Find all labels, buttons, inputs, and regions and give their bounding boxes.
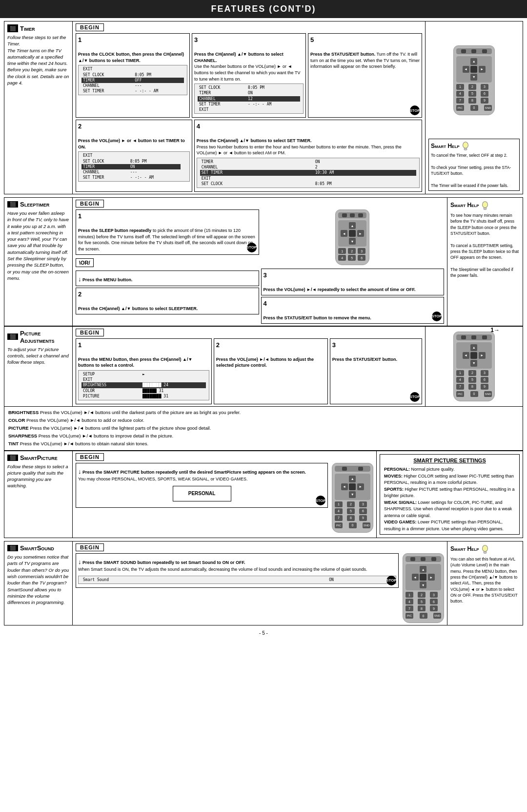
ss-bottom-row: PIC 0 SND <box>405 613 441 619</box>
timer-screen2: EXIT SET CLOCK8:05 PM TIMERON CHANNEL---… <box>78 151 190 182</box>
sleep-menu-arrow: ↓ <box>78 275 81 283</box>
feat-brightness: BRIGHTNESS Press the VOL(ume) ►/◄ button… <box>8 409 519 416</box>
pic-adj-left-text: To adjust your TV picture controls, sele… <box>7 346 69 366</box>
sp-num2: 2 <box>347 501 355 507</box>
remote-top-strip <box>456 48 492 54</box>
timer-right-panel: ▲ ◄ ► ▼ 1 2 3 4 <box>425 21 523 194</box>
ss-num3: 3 <box>430 592 438 598</box>
remote-num-9: 9 <box>481 98 488 104</box>
pic-adj-step1: 1 Press the MENU button, then press the … <box>76 338 212 404</box>
remote-btn-0: 0 <box>470 105 478 111</box>
sleep-step4-content: Press the STATUS/EXIT button to remove t… <box>264 315 442 321</box>
ss-numpad: 1 2 3 4 5 6 7 8 9 <box>405 592 441 611</box>
sleep-step2: 2 Press the CH(annel) ▲/▼ buttons to sel… <box>76 288 259 314</box>
ss-dpad-left: ◄ <box>412 574 419 581</box>
timer-smart-help-body: To cancel the Timer, select OFF at step … <box>431 152 517 188</box>
svg-point-2 <box>482 202 487 208</box>
dpad-right: ► <box>479 66 486 73</box>
sp-settings-panel: SMART PICTURE SETTINGS PERSONAL: Normal … <box>376 451 523 538</box>
remote-bottom-row: PIC 0 SND <box>456 105 492 111</box>
remote-num-5: 5 <box>468 91 476 97</box>
timer-step3-num: 3 <box>194 36 198 43</box>
sleep-center: BEGIN 1 Press the SLEEP button repeatedl… <box>73 198 447 326</box>
ss-screen: Smart SoundON <box>78 576 396 584</box>
pic-adj-num9: 9 <box>481 384 488 390</box>
pic-adj-left-panel: ⬛ Picture Adjustments To adjust your TV … <box>4 327 73 406</box>
pic-adj-num6: 6 <box>481 377 488 383</box>
sp-title-bar: ⬛ SmartPicture <box>7 454 69 461</box>
sleep-step2-content: Press the CH(annel) ▲/▼ buttons to selec… <box>78 306 257 312</box>
sp-btn-snd: SND <box>363 522 370 528</box>
pic-adj-num3: 3 <box>481 370 488 376</box>
sp-section-title: SmartPicture <box>20 454 58 461</box>
ss-num4: 4 <box>405 599 413 604</box>
pic-adj-title1: Picture <box>20 330 54 337</box>
timer-step4-content: Press the CH(annel) ▲/▼ buttons to selec… <box>197 138 420 188</box>
sp-remote: ▲ ◄ ► ▼ 1 2 <box>332 463 373 533</box>
timer-step4-num: 4 <box>197 123 200 130</box>
page-header: Features (Cont'd) <box>0 0 527 18</box>
timer-left-panel: ⬛ Timer Follow these steps to set the Ti… <box>4 21 73 194</box>
sleep-steps-area: 1 Press the SLEEP button repeatedly to p… <box>76 209 444 324</box>
ss-num9: 9 <box>430 605 438 611</box>
sp-dpad-right: ► <box>357 483 364 490</box>
sleep-num5: 5 <box>348 255 356 261</box>
sp-numpad: 1 2 3 4 5 6 7 8 9 <box>335 501 370 521</box>
pic-adj-begin-badge: BEGIN <box>76 329 104 336</box>
timer-step1: 1 Press the CLOCK button, then press the… <box>76 33 190 118</box>
ss-num7: 7 <box>405 605 413 611</box>
ss-smart-help: Smart Help You can also set this feature… <box>447 541 523 625</box>
sp-remote-top <box>335 466 370 472</box>
remote-btn-pic: PIC <box>456 105 464 111</box>
sp-personal-display: PERSONAL <box>173 486 231 501</box>
pic-adj-dpad-left: ◄ <box>463 352 469 359</box>
sp-settings-title: SMART PICTURE SETTINGS <box>384 457 515 465</box>
pic-adj-btn-0: 0 <box>470 391 478 397</box>
sleep-num4: 4 <box>338 255 346 261</box>
pic-adj-titles: Picture Adjustments <box>20 330 54 344</box>
feat-picture: PICTURE Press the VOL(ume) ►/◄ buttons u… <box>8 424 519 432</box>
ss-remote-btn2 <box>421 557 426 561</box>
timer-step1-num: 1 <box>78 36 81 43</box>
timer-remote-area: ▲ ◄ ► ▼ 1 2 3 4 <box>428 24 520 136</box>
sleep-dpad-left: ◄ <box>341 230 347 237</box>
remote-btn-2 <box>471 49 476 53</box>
sleep-step4: 4 Press the STATUS/EXIT button to remove… <box>261 297 445 324</box>
sleep-remote-numpad: 1 2 3 4 5 6 <box>338 248 366 261</box>
pic-adj-stop-badge: STOP <box>410 392 420 402</box>
sp-step-area: ↓ Press the SMART PICTURE button repeate… <box>76 463 328 508</box>
sp-left-panel: ⬛ SmartPicture Follow these steps to sel… <box>4 451 73 538</box>
ss-num1: 1 <box>405 592 413 598</box>
dpad-down: ▼ <box>470 74 477 81</box>
pic-adj-remote-btn1 <box>461 335 466 339</box>
sleep-section-title: Sleeptimer <box>20 201 49 208</box>
pic-adj-remote: ▲ ◄ ► ▼ 1 2 3 4 <box>453 332 495 401</box>
sleep-menu-step: ↓ Press the MENU button. <box>76 271 259 286</box>
sleep-step3: 3 Press the VOL(ume) ►/◄ repeatedly to s… <box>261 269 445 295</box>
ss-remote-area: ▲ ◄ ► ▼ 1 2 <box>403 553 444 623</box>
ss-step1: ↓ Press the SMART SOUND button repeatedl… <box>76 553 399 588</box>
pic-adj-remote-top <box>456 334 492 340</box>
remote-num-8: 8 <box>468 98 476 104</box>
ss-num8: 8 <box>418 605 426 611</box>
picture-adj-section: ⬛ Picture Adjustments To adjust your TV … <box>4 326 523 407</box>
sleep-right-col: ▲ ◄ ► ▼ <box>261 209 445 324</box>
sp-center-content: ↓ Press the SMART PICTURE button repeate… <box>76 463 373 533</box>
sleep-dpad-down: ▼ <box>349 238 356 245</box>
sp-step1-content: ↓ Press the SMART PICTURE button repeate… <box>78 467 325 482</box>
sleep-num2: 2 <box>348 248 356 254</box>
feature-descriptions-box: BRIGHTNESS Press the VOL(ume) ►/◄ button… <box>4 407 523 451</box>
remote-numpad: 1 2 3 4 5 6 7 8 9 <box>456 84 492 104</box>
ss-begin-badge: BEGIN <box>76 543 104 551</box>
sp-left-text: Follow these steps to select a picture q… <box>7 463 69 489</box>
ss-dpad-down: ▼ <box>420 582 426 588</box>
ss-sh-body: You can also set this feature at AVL (Au… <box>450 556 520 604</box>
timer-screen4: TIMERON CHANNEL2 SET TIMER10:30 AM EXIT … <box>197 158 420 188</box>
pic-adj-remote-container: 1→ ▲ ◄ ► <box>453 332 495 401</box>
remote-num-6: 6 <box>481 91 488 97</box>
pic-adj-num5: 5 <box>468 377 476 383</box>
ss-title-bar: ⬛ SmartSound <box>7 544 69 552</box>
pic-adj-step3-content: Press the STATUS/EXIT button. <box>332 356 420 363</box>
sleep-or-row: \OR/ <box>76 256 259 269</box>
sp-num4: 4 <box>335 508 343 514</box>
